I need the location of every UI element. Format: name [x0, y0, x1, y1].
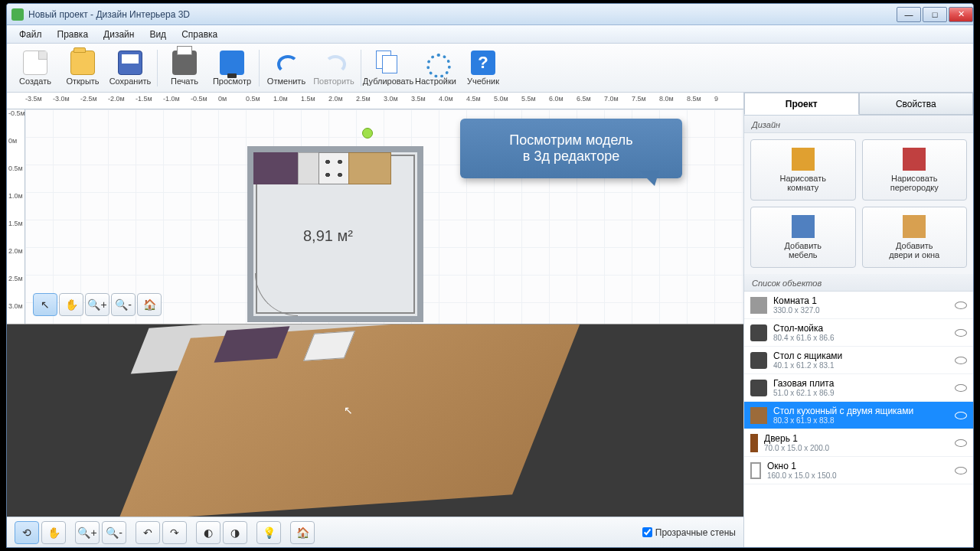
cursor-icon: ↖ [344, 404, 353, 416]
redo-button[interactable]: Повторить [310, 45, 358, 91]
orbit-tool[interactable]: ⟲ [15, 521, 39, 544]
zoom-in-button[interactable]: 🔍+ [85, 293, 109, 316]
draw-wall-button[interactable]: Нарисоватьперегородку [862, 139, 968, 201]
furniture-icon [792, 215, 815, 238]
window-title: Новый проект - Дизайн Интерьера 3D [28, 9, 895, 20]
gear-icon [423, 51, 448, 75]
transparent-walls-checkbox[interactable]: Прозрачные стены [642, 527, 736, 538]
list-item[interactable]: Окно 1160.0 x 15.0 x 150.0 [744, 457, 973, 484]
tab-project[interactable]: Проект [744, 93, 859, 115]
canvas-area: -3.5м-3.0м-2.5м-2.0м-1.5м-1.0м-0.5м0м0.5… [7, 93, 743, 547]
pan-tool[interactable]: ✋ [59, 293, 83, 316]
object-name: Комната 1 [773, 295, 949, 306]
3d-viewport[interactable]: ↖ [7, 324, 743, 517]
ruler-vertical: -0.5м0м0.5м1.0м1.5м2.0м2.5м3.0м3.5м [7, 109, 25, 324]
visibility-icon[interactable] [955, 302, 967, 309]
floor-plan-canvas[interactable]: 8,91 м² Посмотрим модель в 3д редакторе … [25, 109, 743, 324]
object-list[interactable]: Комната 1330.0 x 327.0Стол-мойка80.4 x 6… [744, 292, 973, 547]
object-dimensions: 40.1 x 61.2 x 83.1 [773, 361, 949, 370]
light-button[interactable]: 💡 [256, 521, 281, 544]
add-furniture-button[interactable]: Добавитьмебель [750, 207, 856, 268]
panel-tabs: Проект Свойства [744, 93, 973, 116]
menu-file[interactable]: Файл [11, 27, 50, 42]
home-3d-button[interactable]: 🏠 [290, 521, 315, 544]
visibility-icon[interactable] [955, 467, 967, 474]
titlebar[interactable]: Новый проект - Дизайн Интерьера 3D — □ ✕ [7, 4, 973, 25]
undo-button[interactable]: Отменить [263, 45, 310, 91]
object-icon [750, 462, 761, 479]
home-button[interactable]: 🏠 [137, 293, 162, 316]
menu-help[interactable]: Справка [174, 27, 225, 42]
furniture-table[interactable] [348, 152, 391, 184]
object-icon [750, 297, 767, 314]
visibility-icon[interactable] [955, 412, 967, 419]
rotate-left[interactable]: ↶ [136, 521, 160, 544]
list-item[interactable]: Стол с ящиками40.1 x 61.2 x 83.1 [744, 347, 973, 374]
object-dimensions: 160.0 x 15.0 x 150.0 [767, 471, 949, 480]
new-button[interactable]: Создать [11, 45, 59, 91]
resize-handle[interactable] [362, 128, 373, 139]
help-button[interactable]: ?Учебник [459, 45, 507, 91]
preview-button[interactable]: Просмотр [208, 45, 256, 91]
zoom-in-3d[interactable]: 🔍+ [75, 521, 100, 544]
bottom-toolbar: ⟲ ✋ 🔍+ 🔍- ↶ ↷ ◐ ◑ 💡 🏠 Прозрачные стены [7, 517, 743, 547]
list-item[interactable]: Газовая плита51.0 x 62.1 x 86.9 [744, 374, 973, 402]
tab-properties[interactable]: Свойства [859, 93, 974, 115]
zoom-out-3d[interactable]: 🔍- [102, 521, 126, 544]
list-item[interactable]: Стол-мойка80.4 x 61.6 x 86.6 [744, 319, 973, 347]
menu-view[interactable]: Вид [142, 27, 174, 42]
open-icon [70, 51, 95, 75]
object-dimensions: 70.0 x 15.0 x 200.0 [764, 444, 949, 452]
duplicate-button[interactable]: Дублировать [364, 45, 412, 91]
furniture-stove[interactable] [318, 152, 349, 184]
maximize-button[interactable]: □ [923, 7, 947, 22]
object-icon [750, 324, 767, 341]
room-icon [792, 148, 815, 171]
plan-toolbar: ↖ ✋ 🔍+ 🔍- 🏠 [33, 293, 162, 316]
minimize-button[interactable]: — [897, 7, 921, 22]
new-icon [23, 51, 47, 75]
object-dimensions: 80.3 x 61.9 x 83.8 [773, 416, 949, 425]
toolbar: Создать Открыть Сохранить Печать Просмот… [7, 44, 973, 93]
print-icon [172, 51, 197, 75]
object-icon [750, 434, 758, 452]
menubar: Файл Правка Дизайн Вид Справка [7, 25, 973, 44]
print-button[interactable]: Печать [161, 45, 208, 91]
settings-button[interactable]: Настройки [412, 45, 459, 91]
main-area: -3.5м-3.0м-2.5м-2.0м-1.5м-1.0м-0.5м0м0.5… [7, 93, 973, 547]
select-tool[interactable]: ↖ [33, 293, 57, 316]
help-icon: ? [471, 51, 495, 75]
object-name: Стол кухонный с двумя ящиками [773, 406, 949, 416]
add-doors-button[interactable]: Добавитьдвери и окна [862, 207, 968, 268]
room-area-label: 8,91 м² [303, 227, 353, 245]
menu-edit[interactable]: Правка [50, 27, 96, 42]
fly-tool[interactable]: ◑ [223, 521, 247, 544]
object-dimensions: 80.4 x 61.6 x 86.6 [773, 334, 949, 342]
undo-icon [274, 51, 299, 75]
save-button[interactable]: Сохранить [106, 45, 154, 91]
visibility-icon[interactable] [955, 384, 967, 392]
list-item[interactable]: Стол кухонный с двумя ящиками80.3 x 61.9… [744, 402, 973, 429]
object-name: Дверь 1 [764, 433, 949, 444]
close-button[interactable]: ✕ [949, 7, 973, 22]
furniture-counter[interactable] [253, 152, 298, 184]
tutorial-callout: Посмотрим модель в 3д редакторе [460, 119, 682, 178]
visibility-icon[interactable] [955, 439, 967, 447]
list-item[interactable]: Комната 1330.0 x 327.0 [744, 292, 973, 319]
zoom-out-button[interactable]: 🔍- [111, 293, 136, 316]
open-button[interactable]: Открыть [59, 45, 106, 91]
pan-3d-tool[interactable]: ✋ [41, 521, 66, 544]
separator [259, 50, 260, 86]
visibility-icon[interactable] [955, 357, 967, 364]
draw-room-button[interactable]: Нарисоватькомнату [750, 139, 856, 201]
visibility-icon[interactable] [955, 329, 967, 337]
walk-tool[interactable]: ◐ [196, 521, 220, 544]
rotate-right[interactable]: ↷ [162, 521, 187, 544]
wall-icon [903, 148, 926, 171]
object-dimensions: 51.0 x 62.1 x 86.9 [773, 389, 949, 397]
separator [361, 50, 361, 86]
object-icon [750, 380, 767, 396]
menu-design[interactable]: Дизайн [96, 27, 142, 42]
object-dimensions: 330.0 x 327.0 [773, 306, 949, 315]
list-item[interactable]: Дверь 170.0 x 15.0 x 200.0 [744, 429, 973, 457]
